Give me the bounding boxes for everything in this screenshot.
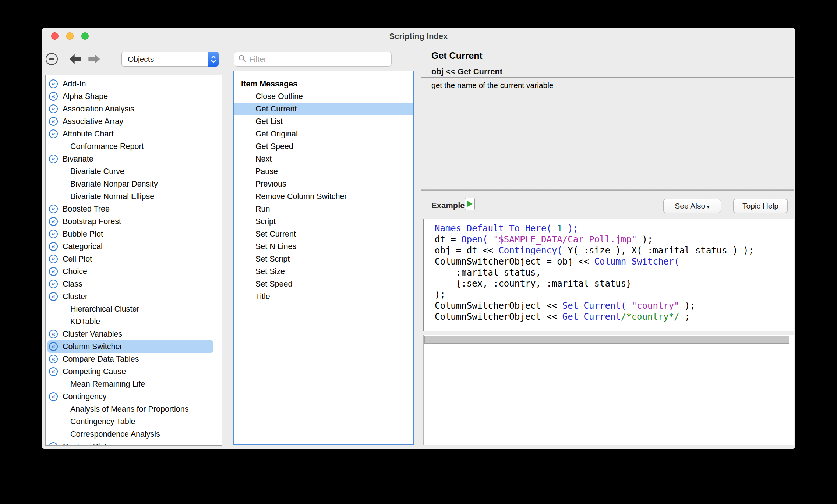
collapse-chevrons-icon[interactable]: « <box>49 267 58 276</box>
collapse-chevrons-icon[interactable]: « <box>49 104 58 113</box>
object-item[interactable]: «Alpha Shape <box>46 90 222 103</box>
collapse-chevrons-icon[interactable]: « <box>49 117 58 126</box>
see-also-button[interactable]: See Also ▾ <box>663 199 721 213</box>
topic-help-button[interactable]: Topic Help <box>733 199 788 213</box>
collapse-chevrons-icon[interactable]: « <box>49 79 58 88</box>
forward-button[interactable] <box>88 54 100 64</box>
object-item-label: Categorical <box>63 242 103 251</box>
object-item[interactable]: «Choice <box>46 265 222 278</box>
object-item[interactable]: «Class <box>46 278 222 290</box>
close-window-button[interactable] <box>51 32 59 40</box>
object-item-label: Mean Remaining Life <box>70 380 145 389</box>
object-item[interactable]: Mean Remaining Life <box>46 378 222 390</box>
message-description: get the name of the current variable <box>431 81 554 90</box>
category-dropdown[interactable]: Objects <box>121 52 219 67</box>
message-item[interactable]: Set Script <box>234 253 413 265</box>
object-item[interactable]: Bivariate Curve <box>46 165 222 178</box>
horizontal-scrollbar[interactable] <box>424 336 789 344</box>
object-item[interactable]: Correspondence Analysis <box>46 428 222 440</box>
titlebar[interactable]: Scripting Index <box>42 28 795 45</box>
object-item[interactable]: KDTable <box>46 315 222 328</box>
collapse-chevrons-icon[interactable]: « <box>49 355 58 363</box>
object-item[interactable]: Bivariate Nonpar Density <box>46 178 222 190</box>
object-item[interactable]: Contingency Table <box>46 415 222 428</box>
example-splitter[interactable] <box>421 189 794 191</box>
messages-list: Close OutlineGet CurrentGet ListGet Orig… <box>234 90 413 303</box>
message-item[interactable]: Next <box>234 153 413 165</box>
code-line: ); <box>435 289 794 300</box>
object-item[interactable]: «Bivariate <box>46 153 222 165</box>
object-item[interactable]: «Cluster Variables <box>46 328 222 340</box>
message-item[interactable]: Close Outline <box>234 90 413 103</box>
object-item[interactable]: «Boosted Tree <box>46 203 222 215</box>
collapse-chevrons-icon[interactable]: « <box>49 92 58 101</box>
message-item[interactable]: Get Original <box>234 128 413 140</box>
object-item-label: Cell Plot <box>63 255 92 264</box>
example-code[interactable]: Names Default To Here( 1 );dt = Open( "$… <box>423 219 794 331</box>
collapse-chevrons-icon[interactable]: « <box>49 330 58 338</box>
collapse-chevrons-icon[interactable]: « <box>49 205 58 213</box>
object-item[interactable]: Bivariate Normal Ellipse <box>46 190 222 203</box>
collapse-chevrons-icon[interactable]: « <box>49 230 58 238</box>
collapse-chevrons-icon[interactable]: « <box>49 342 58 351</box>
object-item[interactable]: «Contour Plot <box>46 440 222 446</box>
object-item-label: Bubble Plot <box>63 230 103 239</box>
message-item[interactable]: Title <box>234 290 413 303</box>
message-item[interactable]: Set N Lines <box>234 240 413 253</box>
collapse-chevrons-icon[interactable]: « <box>49 129 58 138</box>
message-item[interactable]: Set Speed <box>234 278 413 290</box>
message-item[interactable]: Remove Column Switcher <box>234 190 413 203</box>
object-item[interactable]: «Column Switcher <box>47 340 213 353</box>
object-item[interactable]: «Add-In <box>46 78 222 90</box>
object-item[interactable]: «Bubble Plot <box>46 228 222 240</box>
object-item[interactable]: Analysis of Means for Proportions <box>46 403 222 415</box>
collapse-chevrons-icon[interactable]: « <box>49 367 58 376</box>
object-item[interactable]: «Bootstrap Forest <box>46 215 222 228</box>
object-item[interactable]: «Competing Cause <box>46 365 222 378</box>
collapse-chevrons-icon[interactable]: « <box>49 442 58 446</box>
message-item[interactable]: Pause <box>234 165 413 178</box>
message-item[interactable]: Previous <box>234 178 413 190</box>
object-item[interactable]: «Compare Data Tables <box>46 353 222 365</box>
object-item[interactable]: «Association Analysis <box>46 103 222 115</box>
object-item-label: Hierarchical Cluster <box>70 305 140 314</box>
message-item[interactable]: Get Speed <box>234 140 413 153</box>
collapse-chevrons-icon[interactable]: « <box>49 217 58 226</box>
message-item[interactable]: Set Current <box>234 228 413 240</box>
filter-input[interactable] <box>246 55 391 64</box>
object-item[interactable]: «Associative Array <box>46 115 222 128</box>
message-item[interactable]: Run <box>234 203 413 215</box>
object-item[interactable]: «Cell Plot <box>46 253 222 265</box>
run-script-icon[interactable] <box>465 198 475 210</box>
object-item[interactable]: «Categorical <box>46 240 222 253</box>
traffic-lights <box>51 32 89 40</box>
zoom-window-button[interactable] <box>81 32 89 40</box>
collapse-all-button[interactable] <box>46 53 58 65</box>
see-also-label: See Also <box>675 202 705 210</box>
object-item[interactable]: Hierarchical Cluster <box>46 303 222 315</box>
object-item[interactable]: «Cluster <box>46 290 222 303</box>
object-item-label: Attribute Chart <box>63 129 114 139</box>
message-item[interactable]: Get Current <box>234 103 413 115</box>
search-icon <box>234 54 246 64</box>
object-item[interactable]: Conformance Report <box>46 140 222 153</box>
output-pane <box>423 335 794 445</box>
object-item[interactable]: «Contingency <box>46 390 222 403</box>
object-item-label: Alpha Shape <box>63 92 108 101</box>
chevron-down-icon: ▾ <box>707 203 710 210</box>
message-item[interactable]: Get List <box>234 115 413 128</box>
forward-arrow-icon <box>88 54 100 64</box>
collapse-chevrons-icon[interactable]: « <box>49 255 58 263</box>
collapse-chevrons-icon[interactable]: « <box>49 292 58 301</box>
object-item[interactable]: «Attribute Chart <box>46 128 222 140</box>
message-item[interactable]: Script <box>234 215 413 228</box>
minimize-window-button[interactable] <box>66 32 74 40</box>
object-item-label: Contingency Table <box>70 417 135 426</box>
message-item[interactable]: Set Size <box>234 265 413 278</box>
back-button[interactable] <box>69 54 81 64</box>
collapse-chevrons-icon[interactable]: « <box>49 392 58 401</box>
collapse-chevrons-icon[interactable]: « <box>49 242 58 251</box>
collapse-chevrons-icon[interactable]: « <box>49 280 58 288</box>
object-item-label: Association Analysis <box>63 104 134 114</box>
collapse-chevrons-icon[interactable]: « <box>49 155 58 163</box>
